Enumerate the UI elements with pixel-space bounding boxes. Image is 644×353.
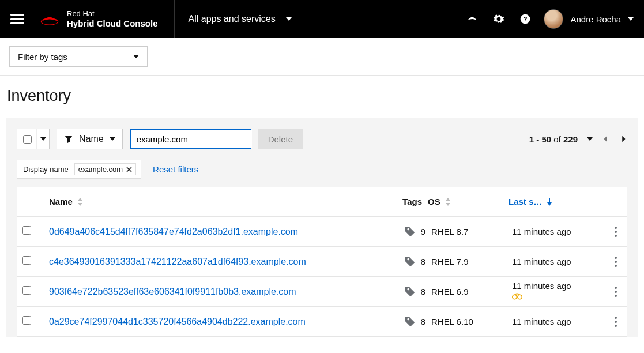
caret-down-icon bbox=[110, 137, 115, 141]
col-name[interactable]: Name bbox=[40, 197, 370, 206]
header-divider bbox=[174, 0, 175, 38]
host-link[interactable]: 0a29ce74f2997044d1c335720f4566a4904db222… bbox=[40, 317, 374, 327]
tags-cell[interactable]: 8 bbox=[374, 286, 431, 298]
toolbar: Name Delete 1 - 50 of 229 bbox=[17, 129, 627, 149]
search-box bbox=[130, 129, 251, 149]
brand-text: Red Hat Hybrid Cloud Console bbox=[67, 10, 158, 28]
gear-icon[interactable] bbox=[493, 13, 504, 25]
close-icon[interactable] bbox=[126, 167, 132, 172]
col-os[interactable]: OS bbox=[428, 197, 509, 206]
tag-count: 8 bbox=[421, 257, 425, 266]
filter-attribute-select[interactable]: Name bbox=[57, 129, 123, 149]
os-cell: RHEL 6.10 bbox=[431, 317, 512, 326]
notifications-icon[interactable] bbox=[466, 13, 478, 25]
bulk-select[interactable] bbox=[17, 129, 50, 149]
sort-icon bbox=[445, 198, 451, 206]
bulk-checkbox[interactable] bbox=[23, 135, 32, 144]
caret-down-icon bbox=[133, 55, 139, 58]
tag-filter-label: Filter by tags bbox=[18, 52, 67, 62]
sort-desc-icon bbox=[547, 198, 552, 206]
host-link[interactable]: c4e36493016391333a17421122aa607a1df64f93… bbox=[40, 257, 374, 267]
avatar bbox=[544, 9, 563, 29]
page-title: Inventory bbox=[0, 76, 644, 118]
chip-text: example.com bbox=[78, 165, 123, 174]
tag-icon bbox=[404, 226, 416, 238]
row-actions-kebab[interactable] bbox=[610, 317, 622, 327]
user-menu[interactable]: Andre Rocha bbox=[544, 9, 634, 29]
warning-icon bbox=[512, 293, 522, 301]
pagination: 1 - 50 of 229 bbox=[529, 134, 627, 144]
sort-icon bbox=[77, 198, 83, 206]
last-seen-cell: 11 minutes ago bbox=[512, 227, 604, 236]
col-last-seen[interactable]: Last s… bbox=[509, 197, 601, 206]
tags-cell[interactable]: 8 bbox=[374, 316, 431, 328]
user-name: Andre Rocha bbox=[570, 14, 621, 24]
os-cell: RHEL 8.7 bbox=[431, 227, 512, 236]
last-seen-cell: 11 minutes ago bbox=[512, 281, 604, 303]
table-row: 0d649a406c415d4ff7f635847e74fd2a063b2df1… bbox=[17, 217, 627, 247]
row-checkbox[interactable] bbox=[22, 226, 31, 235]
tag-icon bbox=[404, 286, 416, 298]
tag-icon bbox=[404, 256, 416, 268]
tag-icon bbox=[404, 316, 416, 328]
os-cell: RHEL 6.9 bbox=[431, 287, 512, 296]
table-row: 0a29ce74f2997044d1c335720f4566a4904db222… bbox=[17, 307, 627, 337]
row-checkbox[interactable] bbox=[22, 286, 31, 295]
filter-chips-row: Display name example.com Reset filters bbox=[17, 160, 627, 179]
bulk-select-dropdown[interactable] bbox=[36, 129, 49, 149]
row-actions-kebab[interactable] bbox=[610, 287, 622, 297]
caret-down-icon bbox=[40, 137, 46, 141]
next-page-button[interactable] bbox=[619, 135, 627, 143]
search-input[interactable] bbox=[131, 130, 252, 148]
apps-label: All apps and services bbox=[189, 14, 276, 24]
table-row: 903f64e722b63523eff63e606341f0f9911fb0b3… bbox=[17, 277, 627, 307]
redhat-logo-icon bbox=[39, 11, 60, 27]
filter-attr-label: Name bbox=[79, 134, 104, 144]
prev-page-button[interactable] bbox=[602, 135, 610, 143]
table-row: c4e36493016391333a17421122aa607a1df64f93… bbox=[17, 247, 627, 277]
svg-text:?: ? bbox=[524, 15, 528, 22]
table-header: Name Tags OS Last s… bbox=[17, 187, 627, 217]
help-icon[interactable]: ? bbox=[519, 13, 531, 25]
filter-by-tags-dropdown[interactable]: Filter by tags bbox=[9, 46, 148, 67]
col-tags: Tags bbox=[370, 197, 428, 206]
inventory-table: Name Tags OS Last s… 0d649a406c415d4ff7f… bbox=[17, 187, 627, 337]
row-checkbox[interactable] bbox=[22, 256, 31, 265]
caret-down-icon bbox=[286, 17, 292, 21]
brand-line1: Red Hat bbox=[67, 10, 158, 18]
last-seen-cell: 11 minutes ago bbox=[512, 257, 604, 266]
host-link[interactable]: 0d649a406c415d4ff7f635847e74fd2a063b2df1… bbox=[40, 227, 374, 237]
tag-count: 8 bbox=[421, 287, 425, 296]
tag-count: 8 bbox=[421, 317, 425, 326]
row-actions-kebab[interactable] bbox=[610, 257, 622, 267]
svg-point-6 bbox=[518, 295, 522, 299]
pagination-count: 1 - 50 of 229 bbox=[529, 134, 578, 144]
caret-down-icon bbox=[628, 17, 634, 21]
row-checkbox[interactable] bbox=[22, 316, 31, 325]
brand-line2: Hybrid Cloud Console bbox=[67, 18, 158, 28]
last-seen-cell: 11 minutes ago bbox=[512, 317, 604, 326]
header-actions: ? bbox=[466, 13, 531, 25]
inventory-card: Name Delete 1 - 50 of 229 Display name bbox=[6, 118, 638, 337]
host-link[interactable]: 903f64e722b63523eff63e606341f0f9911fb0b3… bbox=[40, 287, 374, 297]
row-actions-kebab[interactable] bbox=[610, 227, 622, 237]
chip-category: Display name bbox=[23, 165, 69, 174]
svg-point-5 bbox=[513, 295, 517, 299]
tags-cell[interactable]: 9 bbox=[374, 226, 431, 238]
hamburger-menu-icon[interactable] bbox=[10, 14, 24, 24]
tag-filter-row: Filter by tags bbox=[0, 38, 644, 75]
pagination-dropdown[interactable] bbox=[587, 137, 593, 141]
apps-dropdown[interactable]: All apps and services bbox=[189, 14, 292, 24]
filter-chip: example.com bbox=[74, 163, 136, 175]
tags-cell[interactable]: 8 bbox=[374, 256, 431, 268]
reset-filters-link[interactable]: Reset filters bbox=[153, 164, 198, 174]
filter-icon bbox=[64, 134, 73, 144]
os-cell: RHEL 7.9 bbox=[431, 257, 512, 266]
global-header: Red Hat Hybrid Cloud Console All apps an… bbox=[0, 0, 644, 38]
tag-count: 9 bbox=[421, 227, 425, 236]
filter-chip-group: Display name example.com bbox=[17, 160, 141, 179]
delete-button[interactable]: Delete bbox=[258, 129, 303, 149]
